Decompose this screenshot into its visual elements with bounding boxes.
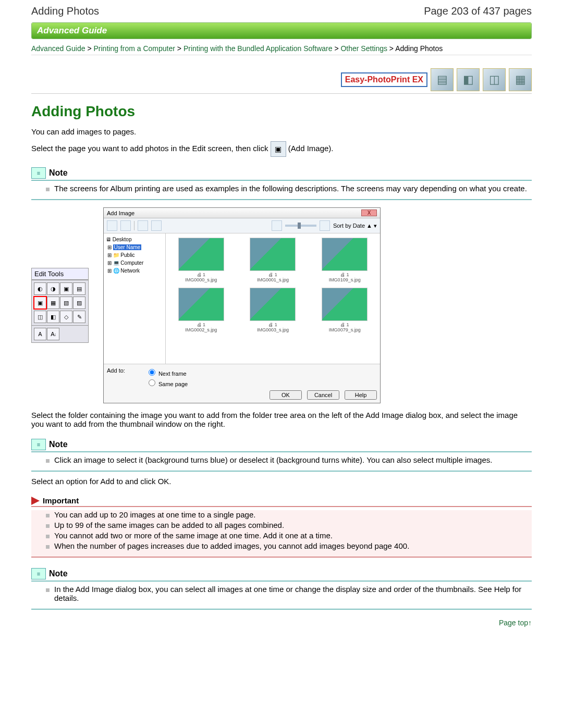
breadcrumb: Advanced Guide > Printing from a Compute…	[31, 42, 532, 55]
note-icon: ≡	[31, 439, 46, 450]
tool-button[interactable]: ✎	[73, 311, 85, 323]
note3-item: In the Add Image dialog box, you can sel…	[46, 585, 532, 602]
instruction-3: Select an option for Add to and click OK…	[31, 477, 532, 486]
note-icon: ≡	[31, 568, 46, 579]
toolbar-btn[interactable]	[151, 220, 162, 231]
edit-tools-panel: Edit Tools ◐◑▣▤ ▣▦▧▨ ◫◧◇✎ AAᵢ	[31, 268, 89, 343]
crumb-bundled-software[interactable]: Printing with the Bundled Application So…	[183, 44, 333, 53]
thumb-size-slider[interactable]	[285, 225, 316, 227]
crumb-other-settings[interactable]: Other Settings	[340, 44, 387, 53]
important-icon	[31, 497, 40, 505]
thumbnail-grid[interactable]: 🖨 1IMG0000_s.jpg 🖨 1IMG0001_s.jpg 🖨 1IMG…	[166, 233, 380, 364]
tool-button[interactable]: ◇	[60, 311, 72, 323]
note-header-3: ≡ Note	[31, 568, 532, 582]
layout-icon: ◧	[457, 68, 480, 91]
note-icon: ≡	[31, 167, 46, 179]
toolbar-btn[interactable]	[138, 220, 148, 231]
help-button[interactable]: Help	[345, 390, 377, 400]
note2-item: Click an image to select it (background …	[46, 455, 532, 464]
folder-tree[interactable]: 🖥 Desktop ⊞ User Name ⊞ 📁 Public ⊞ 💻 Com…	[104, 233, 166, 364]
thumbnail[interactable]: 🖨 1IMG0003_s.jpg	[242, 288, 304, 332]
dialog-title: Add Image	[107, 210, 134, 216]
radio-same-page[interactable]: Same page	[146, 378, 188, 387]
note-header-1: ≡ Note	[31, 167, 532, 181]
thumbnail[interactable]: 🖨 1IMG0079_s.jpg	[313, 288, 376, 332]
ok-button[interactable]: OK	[270, 390, 302, 400]
tool-button[interactable]: A	[34, 328, 46, 340]
tool-button[interactable]: ◑	[47, 282, 59, 295]
thumbnail[interactable]: 🖨 1IMG0000_s.jpg	[170, 238, 232, 282]
instruction-2: Select the folder containing the image y…	[31, 411, 532, 428]
toolbar-btn[interactable]	[120, 220, 131, 231]
important-item: Up to 99 of the same images can be added…	[46, 521, 532, 529]
tool-button[interactable]: ◫	[34, 311, 46, 323]
tool-button[interactable]: ▧	[60, 297, 72, 309]
tool-button[interactable]: ▤	[73, 282, 85, 295]
guide-banner-label: Advanced Guide	[32, 23, 531, 39]
page-title: Adding Photos	[31, 5, 99, 17]
thumbnail[interactable]: 🖨 1IMG0002_s.jpg	[170, 288, 232, 332]
stickers-icon: ▦	[509, 68, 532, 91]
crumb-advanced-guide[interactable]: Advanced Guide	[31, 44, 85, 53]
note-header-2: ≡ Note	[31, 439, 532, 452]
add-image-tool-button[interactable]: ▣	[34, 297, 46, 309]
album-icon: ▤	[431, 68, 454, 91]
add-image-icon: ▣	[271, 141, 286, 157]
tool-button[interactable]: ▦	[47, 297, 59, 309]
add-image-dialog: Add Image X Sort by Date ▲ ▾	[103, 207, 381, 403]
guide-banner: Advanced Guide	[31, 22, 532, 39]
intro-text: You can add images to pages.	[31, 127, 532, 136]
tool-button[interactable]: ◧	[47, 311, 59, 323]
cancel-button[interactable]: Cancel	[307, 390, 339, 400]
tool-button[interactable]: ▣	[60, 282, 72, 295]
important-item: When the number of pages increases due t…	[46, 541, 532, 550]
edit-tools-title: Edit Tools	[31, 268, 89, 280]
page-top-link[interactable]: Page top↑	[499, 619, 532, 627]
heading: Adding Photos	[31, 103, 532, 120]
sort-dropdown-icon[interactable]: ▾	[374, 223, 377, 229]
radio-next-frame[interactable]: Next frame	[146, 367, 188, 377]
tool-button[interactable]: Aᵢ	[47, 328, 59, 340]
close-button[interactable]: X	[361, 209, 377, 216]
important-item: You can add up to 20 images at one time …	[46, 510, 532, 519]
important-item: You cannot add two or more of the same i…	[46, 531, 532, 540]
instruction-1: Select the page you want to add photos i…	[31, 141, 532, 157]
calendar-icon: ◫	[483, 68, 506, 91]
important-header: Important	[31, 496, 532, 507]
thumbnail[interactable]: 🖨 1IMG0001_s.jpg	[242, 238, 304, 282]
toolbar-btn[interactable]	[107, 220, 117, 231]
thumbnail[interactable]: 🖨 1IMG0109_s.jpg	[313, 238, 376, 282]
zoom-out-icon[interactable]	[272, 220, 282, 231]
tool-button[interactable]: ◐	[34, 282, 46, 295]
crumb-printing-computer[interactable]: Printing from a Computer	[94, 44, 175, 53]
addto-label: Add to:	[107, 367, 125, 387]
crumb-current: Adding Photos	[395, 44, 443, 53]
sort-label: Sort by Date ▲	[333, 223, 372, 229]
easy-photoprint-logo: Easy-PhotoPrint EX	[341, 72, 427, 87]
note1-item: The screens for Album printing are used …	[46, 184, 532, 193]
tree-selected: User Name	[113, 244, 142, 250]
page-counter: Page 203 of 437 pages	[424, 5, 532, 17]
zoom-in-icon[interactable]	[320, 220, 330, 231]
tool-button[interactable]: ▨	[73, 297, 85, 309]
